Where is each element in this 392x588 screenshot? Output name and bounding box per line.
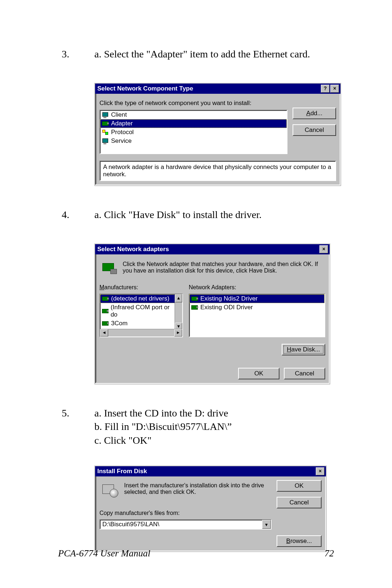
copy-from-label: Copy manufacturer's files from: xyxy=(99,510,271,516)
component-description: A network adapter is a hardware device t… xyxy=(99,161,336,181)
dialog-select-network-adapters: Select Network adapters × Click the Netw… xyxy=(94,243,330,384)
step-3-body: a. Select the "Adapter" item to add the … xyxy=(94,47,334,61)
help-icon[interactable]: ? xyxy=(321,85,330,93)
step-3: 3. a. Select the "Adapter" item to add t… xyxy=(62,47,334,61)
close-icon[interactable]: × xyxy=(316,467,324,475)
adapters-list[interactable]: Existing Ndis2 Driver Existing ODI Drive… xyxy=(189,294,325,337)
cancel-button[interactable]: Cancel xyxy=(277,497,322,508)
manufacturers-label: Manufacturers: xyxy=(99,284,183,291)
adapter-icon xyxy=(191,304,198,311)
dialog2-instruction: Click the Network adapter that matches y… xyxy=(123,261,324,274)
list-item[interactable]: Adapter xyxy=(100,119,287,128)
step-5-line-a: a. Insert the CD into the D: drive xyxy=(94,406,334,420)
step-5-line-c: c. Click "OK" xyxy=(94,434,334,447)
vertical-scrollbar[interactable]: ▲ ▼ xyxy=(175,294,182,331)
titlebar[interactable]: Install From Disk × xyxy=(95,466,326,476)
list-item[interactable]: Existing ODI Driver xyxy=(189,303,324,312)
manufacturers-list[interactable]: (detected net drivers) (Infrared COM por… xyxy=(99,294,183,337)
list-item[interactable]: Service xyxy=(100,137,287,145)
step-3-number: 3. xyxy=(62,47,94,61)
step-4-number: 4. xyxy=(62,208,94,222)
list-item[interactable]: (detected net drivers) xyxy=(100,294,175,303)
scroll-up-icon[interactable]: ▲ xyxy=(175,294,182,302)
page-footer: PCA-6774 User Manual 72 xyxy=(58,548,334,559)
step-5-number: 5. xyxy=(62,406,94,420)
adapter-icon xyxy=(191,295,198,302)
add-button[interactable]: Add... xyxy=(293,108,336,119)
scroll-right-icon[interactable]: ► xyxy=(174,329,182,337)
step-4-body: a. Click "Have Disk" to install the driv… xyxy=(94,208,334,222)
component-type-list[interactable]: Client Adapter Protocol xyxy=(99,110,287,154)
titlebar[interactable]: Select Network Component Type ? × xyxy=(95,84,340,94)
step-5: 5. a. Insert the CD into the D: drive b.… xyxy=(62,406,334,447)
step-5-line-b: b. Fill in "D:\Biscuit\9577\LAN\” xyxy=(94,420,334,434)
horizontal-scrollbar[interactable]: ◄ ► xyxy=(100,329,182,337)
service-icon xyxy=(102,138,109,144)
client-icon xyxy=(102,112,109,118)
step-4: 4. a. Click "Have Disk" to install the d… xyxy=(62,208,334,222)
dialog1-title: Select Network Component Type xyxy=(97,85,193,92)
have-disk-button[interactable]: Have Disk... xyxy=(282,344,325,355)
list-item[interactable]: 3Com xyxy=(100,319,175,328)
adapter-card-icon xyxy=(101,261,118,275)
adapter-icon xyxy=(102,308,109,314)
adapter-icon xyxy=(102,295,109,302)
titlebar[interactable]: Select Network adapters × xyxy=(95,244,330,254)
dialog1-instruction: Click the type of network component you … xyxy=(99,100,287,107)
dialog-install-from-disk: Install From Disk × Insert the manufactu… xyxy=(94,466,327,552)
list-item[interactable]: (Infrared COM port or do xyxy=(100,303,175,319)
cancel-button[interactable]: Cancel xyxy=(284,368,325,379)
adapters-label: Network Adapters: xyxy=(189,284,325,291)
close-icon[interactable]: × xyxy=(330,85,339,93)
dialog3-title: Install From Disk xyxy=(97,468,147,475)
list-item[interactable]: Client xyxy=(100,110,287,119)
path-combobox[interactable]: D:\Biscuit\9575\LAN\ ▼ xyxy=(99,519,271,529)
disk-drive-icon xyxy=(101,482,118,498)
page-number: 72 xyxy=(324,548,334,559)
protocol-icon xyxy=(102,129,109,136)
scroll-left-icon[interactable]: ◄ xyxy=(100,329,108,337)
path-input[interactable]: D:\Biscuit\9575\LAN\ xyxy=(100,520,262,529)
list-item[interactable]: Existing Ndis2 Driver xyxy=(189,294,324,303)
dialog2-title: Select Network adapters xyxy=(97,246,169,253)
dialog3-instruction: Insert the manufacturer's installation d… xyxy=(124,482,270,495)
browse-button[interactable]: Browse... xyxy=(277,535,322,547)
ok-button[interactable]: OK xyxy=(238,368,279,379)
cancel-button[interactable]: Cancel xyxy=(293,124,336,136)
manual-title: PCA-6774 User Manual xyxy=(58,548,324,559)
close-icon[interactable]: × xyxy=(319,245,328,253)
ok-button[interactable]: OK xyxy=(277,480,322,492)
dropdown-icon[interactable]: ▼ xyxy=(262,520,271,529)
list-item[interactable]: Protocol xyxy=(100,128,287,137)
adapter-icon xyxy=(102,120,109,127)
dialog-select-component-type: Select Network Component Type ? × Click … xyxy=(94,83,341,186)
adapter-icon xyxy=(102,320,109,327)
